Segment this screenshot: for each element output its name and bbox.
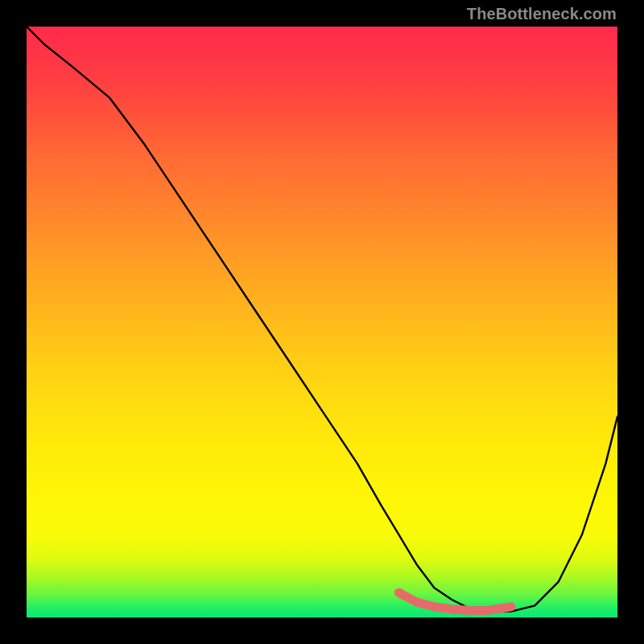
- chart-plot-area: [27, 27, 617, 617]
- watermark-text: TheBottleneck.com: [467, 5, 617, 23]
- bottleneck-curve: [27, 27, 617, 612]
- chart-svg: [27, 27, 617, 617]
